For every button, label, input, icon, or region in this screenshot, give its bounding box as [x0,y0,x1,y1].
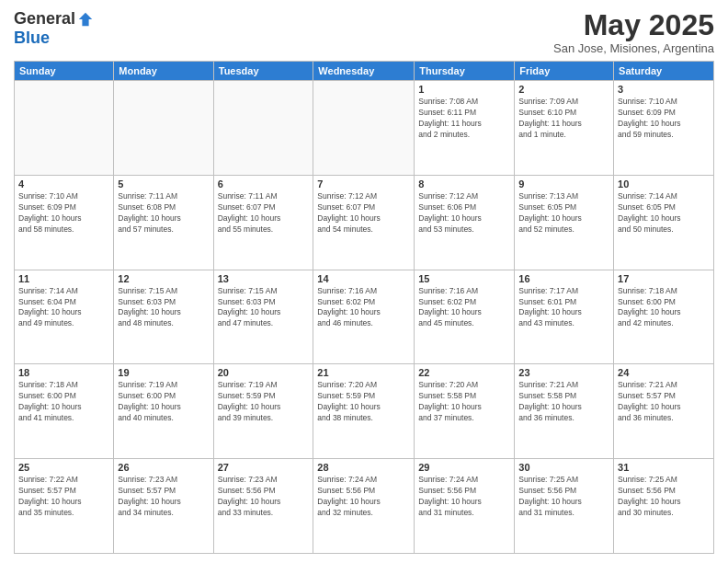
day-number: 20 [218,367,310,378]
logo-general: General [14,9,75,29]
day-info: Sunrise: 7:15 AMSunset: 6:03 PMDaylight:… [118,286,209,330]
week-row-3: 11Sunrise: 7:14 AMSunset: 6:04 PMDayligh… [15,270,714,364]
day-number: 18 [18,367,109,378]
day-number: 31 [618,462,710,473]
header-friday: Friday [515,62,614,81]
day-number: 9 [518,178,609,190]
week-row-4: 18Sunrise: 7:18 AMSunset: 6:00 PMDayligh… [15,364,714,459]
calendar-cell: 12Sunrise: 7:15 AMSunset: 6:03 PMDayligh… [114,270,213,364]
logo-blue: Blue [14,29,50,48]
day-info: Sunrise: 7:14 AMSunset: 6:04 PMDaylight:… [18,286,109,330]
calendar-cell: 18Sunrise: 7:18 AMSunset: 6:00 PMDayligh… [15,364,114,459]
day-number: 25 [18,462,109,473]
header-saturday: Saturday [614,62,714,81]
header-wednesday: Wednesday [313,62,415,81]
calendar-cell [313,81,415,176]
day-number: 29 [418,462,510,473]
header-row: Sunday Monday Tuesday Wednesday Thursday… [15,62,714,81]
header: General Blue May 2025 San Jose, Misiones… [14,9,714,55]
location: San Jose, Misiones, Argentina [553,41,714,55]
week-row-1: 1Sunrise: 7:08 AMSunset: 6:11 PMDaylight… [15,81,714,176]
day-number: 24 [618,367,710,378]
day-info: Sunrise: 7:19 AMSunset: 5:59 PMDaylight:… [218,380,310,424]
day-number: 27 [218,462,310,473]
day-number: 10 [618,178,710,190]
title-block: May 2025 San Jose, Misiones, Argentina [553,9,714,55]
calendar-cell: 4Sunrise: 7:10 AMSunset: 6:09 PMDaylight… [15,175,114,270]
calendar-cell: 3Sunrise: 7:10 AMSunset: 6:09 PMDaylight… [614,81,714,176]
day-number: 1 [418,84,510,95]
day-info: Sunrise: 7:10 AMSunset: 6:09 PMDaylight:… [618,97,710,141]
calendar-cell: 9Sunrise: 7:13 AMSunset: 6:05 PMDaylight… [515,175,614,270]
calendar-cell: 7Sunrise: 7:12 AMSunset: 6:07 PMDaylight… [313,175,415,270]
calendar-table: Sunday Monday Tuesday Wednesday Thursday… [14,61,714,554]
day-number: 14 [317,273,410,284]
day-number: 11 [18,273,109,284]
calendar-cell: 24Sunrise: 7:21 AMSunset: 5:57 PMDayligh… [614,364,714,459]
day-info: Sunrise: 7:25 AMSunset: 5:56 PMDaylight:… [618,475,710,519]
day-number: 23 [518,367,609,378]
calendar-body: 1Sunrise: 7:08 AMSunset: 6:11 PMDaylight… [15,81,714,554]
day-info: Sunrise: 7:15 AMSunset: 6:03 PMDaylight:… [218,286,310,330]
day-info: Sunrise: 7:23 AMSunset: 5:57 PMDaylight:… [118,475,209,519]
calendar-cell: 27Sunrise: 7:23 AMSunset: 5:56 PMDayligh… [213,459,313,554]
logo-icon [77,11,94,28]
day-info: Sunrise: 7:13 AMSunset: 6:05 PMDaylight:… [518,191,609,236]
day-number: 19 [118,367,209,378]
day-number: 28 [317,462,410,473]
calendar-cell: 14Sunrise: 7:16 AMSunset: 6:02 PMDayligh… [313,270,415,364]
calendar-cell: 21Sunrise: 7:20 AMSunset: 5:59 PMDayligh… [313,364,415,459]
day-info: Sunrise: 7:19 AMSunset: 6:00 PMDaylight:… [118,380,209,424]
calendar-cell: 15Sunrise: 7:16 AMSunset: 6:02 PMDayligh… [415,270,515,364]
calendar-cell: 20Sunrise: 7:19 AMSunset: 5:59 PMDayligh… [213,364,313,459]
day-info: Sunrise: 7:25 AMSunset: 5:56 PMDaylight:… [518,475,609,519]
day-info: Sunrise: 7:22 AMSunset: 5:57 PMDaylight:… [18,475,109,519]
day-info: Sunrise: 7:18 AMSunset: 6:00 PMDaylight:… [18,380,109,424]
calendar-cell: 8Sunrise: 7:12 AMSunset: 6:06 PMDaylight… [415,175,515,270]
day-info: Sunrise: 7:24 AMSunset: 5:56 PMDaylight:… [418,475,510,519]
day-number: 17 [618,273,710,284]
day-info: Sunrise: 7:21 AMSunset: 5:57 PMDaylight:… [618,380,710,424]
day-info: Sunrise: 7:08 AMSunset: 6:11 PMDaylight:… [418,97,510,141]
header-sunday: Sunday [15,62,114,81]
day-number: 21 [317,367,410,378]
calendar-header: Sunday Monday Tuesday Wednesday Thursday… [15,62,714,81]
header-thursday: Thursday [415,62,515,81]
day-info: Sunrise: 7:11 AMSunset: 6:08 PMDaylight:… [118,191,209,236]
day-number: 15 [418,273,510,284]
header-tuesday: Tuesday [213,62,313,81]
page: General Blue May 2025 San Jose, Misiones… [0,0,728,563]
day-number: 12 [118,273,209,284]
week-row-2: 4Sunrise: 7:10 AMSunset: 6:09 PMDaylight… [15,175,714,270]
calendar-cell [213,81,313,176]
logo-text: General [14,9,94,29]
day-info: Sunrise: 7:18 AMSunset: 6:00 PMDaylight:… [618,286,710,330]
day-info: Sunrise: 7:11 AMSunset: 6:07 PMDaylight:… [218,191,310,236]
day-number: 2 [518,84,609,95]
day-number: 30 [518,462,609,473]
day-number: 8 [418,178,510,190]
calendar-cell [114,81,213,176]
calendar-cell [15,81,114,176]
calendar-cell: 11Sunrise: 7:14 AMSunset: 6:04 PMDayligh… [15,270,114,364]
calendar-cell: 28Sunrise: 7:24 AMSunset: 5:56 PMDayligh… [313,459,415,554]
calendar-cell: 5Sunrise: 7:11 AMSunset: 6:08 PMDaylight… [114,175,213,270]
day-number: 5 [118,178,209,190]
calendar-cell: 26Sunrise: 7:23 AMSunset: 5:57 PMDayligh… [114,459,213,554]
week-row-5: 25Sunrise: 7:22 AMSunset: 5:57 PMDayligh… [15,459,714,554]
calendar-cell: 29Sunrise: 7:24 AMSunset: 5:56 PMDayligh… [415,459,515,554]
day-number: 16 [518,273,609,284]
svg-marker-0 [79,12,92,25]
day-info: Sunrise: 7:09 AMSunset: 6:10 PMDaylight:… [518,97,609,141]
calendar-cell: 19Sunrise: 7:19 AMSunset: 6:00 PMDayligh… [114,364,213,459]
day-number: 13 [218,273,310,284]
day-info: Sunrise: 7:24 AMSunset: 5:56 PMDaylight:… [317,475,410,519]
calendar-cell: 13Sunrise: 7:15 AMSunset: 6:03 PMDayligh… [213,270,313,364]
day-info: Sunrise: 7:17 AMSunset: 6:01 PMDaylight:… [518,286,609,330]
day-number: 26 [118,462,209,473]
day-info: Sunrise: 7:16 AMSunset: 6:02 PMDaylight:… [418,286,510,330]
day-number: 22 [418,367,510,378]
calendar-cell: 30Sunrise: 7:25 AMSunset: 5:56 PMDayligh… [515,459,614,554]
calendar-cell: 22Sunrise: 7:20 AMSunset: 5:58 PMDayligh… [415,364,515,459]
calendar-cell: 23Sunrise: 7:21 AMSunset: 5:58 PMDayligh… [515,364,614,459]
